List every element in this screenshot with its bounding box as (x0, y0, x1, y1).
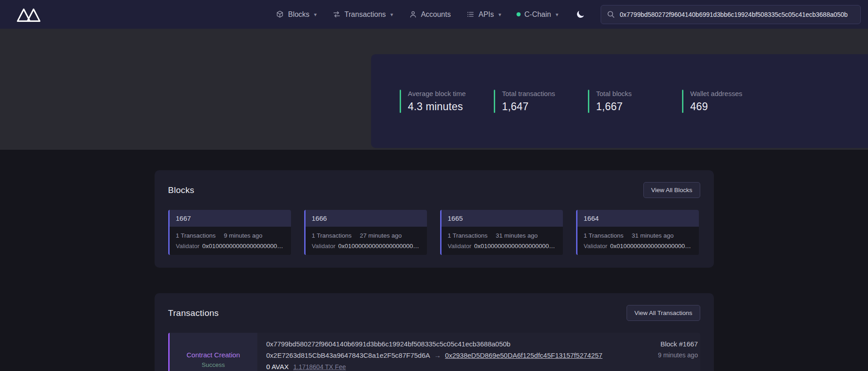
block-card[interactable]: 1666 1 Transactions 27 minutes ago Valid… (304, 210, 427, 255)
nav-item-accounts[interactable]: Accounts (409, 10, 451, 19)
block-card[interactable]: 1667 1 Transactions 9 minutes ago Valida… (168, 210, 291, 255)
block-validator: Validator 0x0100000000000000000000000... (584, 243, 692, 249)
transaction-details: 0x7799bd580272f9604140b6991d3bb6c19924bf… (257, 333, 612, 371)
validator-label: Validator (448, 243, 472, 249)
transaction-amount-line: 0 AVAX 1.1718604 TX Fee (266, 363, 602, 371)
transactions-section: Transactions View All Transactions Contr… (155, 293, 714, 371)
transaction-addresses: 0x2E7263d815CbB43a9647843C8a1e2F5c87F75d… (266, 351, 602, 359)
blocks-section: Blocks View All Blocks 1667 1 Transactio… (155, 170, 714, 268)
blocks-section-title: Blocks (168, 185, 195, 195)
chevron-down-icon: ▾ (498, 11, 501, 18)
block-meta: 1 Transactions 27 minutes ago (312, 232, 421, 239)
stat-value: 1,647 (502, 101, 555, 113)
stat-accent-bar (494, 90, 495, 113)
to-address-link[interactable]: 0x2938eD5D869e50DA6f125dfc45F13157f52742… (445, 351, 602, 359)
block-card[interactable]: 1664 1 Transactions 31 minutes ago Valid… (576, 210, 699, 255)
stat-value: 469 (690, 101, 743, 113)
block-validator: Validator 0x0100000000000000000000000... (176, 243, 285, 249)
block-number: 1664 (577, 210, 699, 227)
block-card-body: 1 Transactions 31 minutes ago Validator … (442, 227, 563, 255)
transaction-amount: 0 AVAX (266, 363, 289, 371)
list-icon (466, 10, 475, 19)
chevron-down-icon: ▾ (314, 11, 317, 18)
nav-item-label: APIs (478, 10, 494, 19)
stat-label: Total transactions (502, 90, 555, 97)
block-card-body: 1 Transactions 9 minutes ago Validator 0… (170, 227, 291, 255)
stat-wallet-addresses: Wallet addresses 469 (682, 90, 750, 113)
block-card[interactable]: 1665 1 Transactions 31 minutes ago Valid… (440, 210, 563, 255)
from-address: 0x2E7263d815CbB43a9647843C8a1e2F5c87F75d… (266, 351, 430, 359)
block-validator: Validator 0x0100000000000000000000000... (312, 243, 421, 249)
view-all-transactions-button[interactable]: View All Transactions (627, 305, 700, 321)
block-time: 9 minutes ago (224, 232, 262, 239)
block-card-body: 1 Transactions 27 minutes ago Validator … (306, 227, 427, 255)
block-tx-count: 1 Transactions (176, 232, 216, 239)
block-tx-count: 1 Transactions (584, 232, 624, 239)
chevron-down-icon: ▾ (556, 11, 558, 18)
stat-total-blocks: Total blocks 1,667 (588, 90, 656, 113)
stat-value: 4.3 minutes (408, 101, 466, 113)
validator-address: 0x0100000000000000000000000... (610, 243, 692, 249)
validator-address: 0x0100000000000000000000000... (474, 243, 557, 249)
stat-label: Average block time (408, 90, 466, 97)
hero-section: Average block time 4.3 minutes Total tra… (0, 29, 868, 150)
stat-accent-bar (588, 90, 589, 113)
nav-item-label: Blocks (288, 10, 309, 19)
nav-item-blocks[interactable]: Blocks ▾ (276, 10, 316, 19)
arrow-right-icon: → (434, 351, 441, 359)
block-meta: 1 Transactions 9 minutes ago (176, 232, 285, 239)
chevron-down-icon: ▾ (391, 11, 393, 18)
transaction-row: Contract Creation Success 0x7799bd580272… (168, 333, 700, 371)
block-number: 1667 (170, 210, 291, 227)
transaction-status-cell: Contract Creation Success (168, 333, 257, 371)
stat-label: Total blocks (596, 90, 632, 97)
transaction-meta: Block #1667 9 minutes ago (612, 333, 700, 371)
block-tx-count: 1 Transactions (312, 232, 352, 239)
transaction-fee: 1.1718604 TX Fee (293, 363, 346, 371)
block-validator: Validator 0x0100000000000000000000000... (448, 243, 557, 249)
block-number: 1665 (442, 210, 563, 227)
block-time: 27 minutes ago (360, 232, 401, 239)
network-stats-panel: Average block time 4.3 minutes Total tra… (371, 54, 868, 148)
block-time: 31 minutes ago (632, 232, 673, 239)
avalanche-logo[interactable] (15, 6, 42, 23)
nav-item-label: Transactions (345, 10, 386, 19)
transaction-type: Contract Creation (186, 351, 240, 359)
nav-item-label: Accounts (421, 10, 451, 19)
nav-item-transactions[interactable]: Transactions ▾ (332, 10, 393, 19)
block-number: 1666 (306, 210, 427, 227)
avalanche-logo-icon (15, 6, 42, 23)
transactions-section-header: Transactions View All Transactions (168, 305, 700, 321)
block-meta: 1 Transactions 31 minutes ago (584, 232, 692, 239)
transactions-section-title: Transactions (168, 308, 219, 318)
transaction-time: 9 minutes ago (658, 351, 698, 359)
chain-status-dot-icon (517, 12, 521, 16)
validator-label: Validator (312, 243, 336, 249)
top-navbar: Blocks ▾ Transactions ▾ Accounts APIs ▾ … (0, 0, 868, 29)
stat-average-block-time: Average block time 4.3 minutes (400, 90, 468, 113)
block-tx-count: 1 Transactions (448, 232, 488, 239)
validator-label: Validator (176, 243, 200, 249)
validator-address: 0x0100000000000000000000000... (202, 243, 285, 249)
view-all-blocks-button[interactable]: View All Blocks (643, 182, 700, 198)
nav-item-chain-selector[interactable]: C-Chain ▾ (517, 10, 558, 19)
validator-address: 0x0100000000000000000000000... (338, 243, 421, 249)
blocks-section-header: Blocks View All Blocks (168, 182, 700, 198)
transaction-block-link[interactable]: Block #1667 (660, 340, 698, 348)
stat-accent-bar (682, 90, 683, 113)
moon-icon (576, 10, 585, 19)
transaction-hash-link[interactable]: 0x7799bd580272f9604140b6991d3bb6c19924bf… (266, 340, 602, 348)
stat-accent-bar (400, 90, 401, 113)
nav-item-label: C-Chain (524, 10, 551, 19)
stat-label: Wallet addresses (690, 90, 743, 97)
stat-total-transactions: Total transactions 1,647 (494, 90, 562, 113)
swap-arrows-icon (332, 10, 341, 19)
nav-item-apis[interactable]: APIs ▾ (466, 10, 501, 19)
search-icon (607, 10, 615, 19)
cube-icon (276, 10, 284, 19)
block-card-body: 1 Transactions 31 minutes ago Validator … (577, 227, 699, 255)
blocks-row: 1667 1 Transactions 9 minutes ago Valida… (168, 210, 700, 255)
search-input[interactable] (620, 11, 855, 18)
person-icon (409, 10, 417, 19)
theme-toggle-button[interactable] (576, 10, 585, 19)
